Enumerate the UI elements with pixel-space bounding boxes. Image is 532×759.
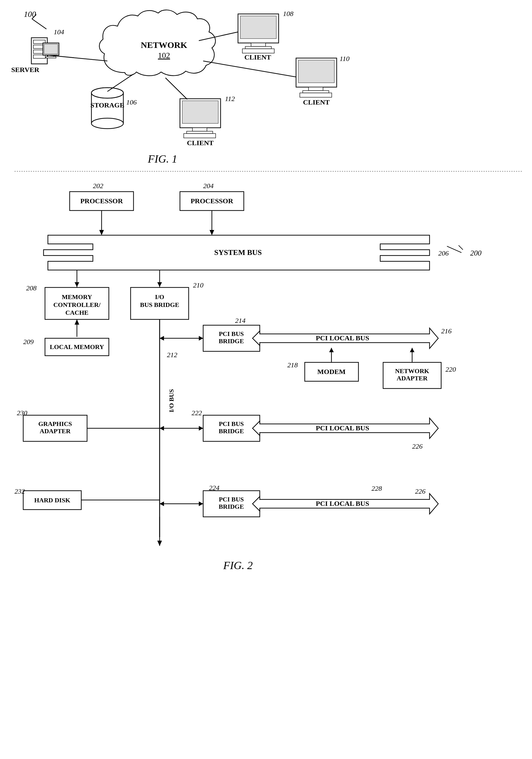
svg-marker-57 [199,426,203,431]
network-adapter-ref: 220 [445,366,456,373]
svg-marker-45 [157,282,162,287]
network-ref: 102 [158,51,170,60]
svg-marker-65 [157,540,162,546]
server-ref: 104 [54,28,64,36]
pci-local-bus3-label: PCI LOCAL BUS [316,500,369,507]
io-bus-bridge-ref: 210 [193,281,204,289]
client108-label: CLIENT [245,54,271,61]
hard-disk-ref: 232 [15,488,25,495]
svg-marker-50 [199,336,203,340]
svg-rect-21 [242,49,274,53]
svg-rect-27 [300,93,332,97]
processor202-label: PROCESSOR [80,197,123,205]
pci-local-bus2-label: PCI LOCAL BUS [316,424,369,432]
svg-rect-25 [309,87,323,91]
system-bus-label: SYSTEM BUS [214,248,262,257]
svg-marker-41 [209,230,214,235]
svg-marker-47 [75,319,79,325]
pci-bus-bridge1-label1: PCI BUS [219,330,244,338]
svg-rect-8 [44,44,58,54]
pci-local-bus1-ref: 216 [441,327,452,335]
svg-marker-58 [160,426,164,431]
pci-bus-bridge3-label2: BRIDGE [219,503,244,510]
io-bus-label: I/O BUS [168,389,175,412]
fig1-label: FIG. 1 [147,153,177,165]
svg-line-36 [447,246,462,253]
svg-marker-53 [329,348,334,352]
modem-label: MODEM [317,368,345,376]
storage-ref: 106 [126,99,137,106]
svg-point-14 [92,118,123,129]
svg-marker-39 [99,230,104,235]
memory-controller-label3: CACHE [65,309,88,316]
processor202-ref: 202 [93,182,103,190]
pci-local-bus3-ref-226: 226 [415,488,426,495]
svg-rect-18 [240,16,276,39]
svg-line-16 [107,74,133,92]
client110-icon [296,58,337,97]
pci-bus-bridge1-label2: BRIDGE [219,338,244,345]
network-adapter-label2: ADAPTER [397,375,428,382]
pci-bus-bridge2-label2: BRIDGE [219,427,244,435]
io-bus-ref: 212 [167,351,177,359]
svg-line-11 [48,55,107,61]
pci-bus-bridge3-label1: PCI BUS [219,496,244,503]
main-diagram: 100 NETWORK 102 SERVER 104 [0,0,532,759]
svg-line-37 [459,245,463,250]
graphics-adapter-label1: GRAPHICS [38,420,72,427]
svg-rect-32 [187,131,213,134]
io-bus-bridge-label2: BUS BRIDGE [140,301,179,308]
svg-rect-10 [46,57,56,58]
pci-local-bus2-ref: 226 [412,443,423,450]
memory-controller-ref: 208 [26,284,37,292]
network-cloud: NETWORK 102 [99,10,215,75]
local-memory-ref: 209 [23,338,34,345]
server-icon [31,38,59,64]
pci-local-bus3-ref-228: 228 [371,485,382,492]
pci-bus-bridge1-ref: 214 [235,317,246,324]
svg-marker-43 [75,282,79,287]
system-bus-ref: 206 [438,250,449,257]
pci-bus-bridge2-label1: PCI BUS [219,420,244,427]
memory-controller-label1: MEMORY [62,293,92,300]
svg-marker-61 [199,501,203,506]
svg-line-0 [32,19,47,29]
hard-disk-label: HARD DISK [34,497,70,504]
network-label: NETWORK [141,40,187,50]
svg-rect-24 [298,60,334,83]
page: { "fig1": { "label": "FIG. 1", "ref_main… [0,0,532,759]
fig2-label: FIG. 2 [223,559,252,572]
ref-100: 100 [24,10,36,19]
client112-label: CLIENT [187,139,213,147]
client112-ref: 112 [225,95,235,102]
svg-marker-51 [160,336,164,340]
storage-label: STORAGE [91,101,125,109]
client110-ref: 110 [340,55,350,62]
svg-point-15 [92,88,123,98]
svg-marker-62 [160,501,164,506]
local-memory-label: LOCAL MEMORY [50,343,104,350]
processor204-ref: 204 [203,182,213,190]
svg-rect-20 [245,47,271,49]
pci-bus-bridge3-ref: 224 [209,484,219,492]
client112-icon [180,99,221,138]
processor204-label: PROCESSOR [191,197,233,205]
svg-rect-26 [303,91,329,93]
client110-label: CLIENT [303,99,330,106]
io-bus-bridge-label1: I/O [155,293,164,300]
svg-marker-55 [410,348,414,352]
svg-line-34 [166,78,187,99]
pci-bus-bridge2-ref: 222 [192,409,202,417]
modem-ref: 218 [287,361,298,369]
network-adapter-label1: NETWORK [395,367,429,375]
svg-rect-30 [182,101,218,123]
svg-line-28 [203,61,296,77]
pci-local-bus1-label: PCI LOCAL BUS [316,334,369,342]
memory-controller-label2: CONTROLLER/ [54,301,101,308]
client108-ref: 108 [283,10,293,18]
graphics-adapter-ref: 230 [17,409,27,417]
server-label: SERVER [11,66,39,73]
ref-200: 200 [470,249,481,257]
svg-rect-31 [192,128,207,131]
svg-rect-19 [251,43,266,47]
